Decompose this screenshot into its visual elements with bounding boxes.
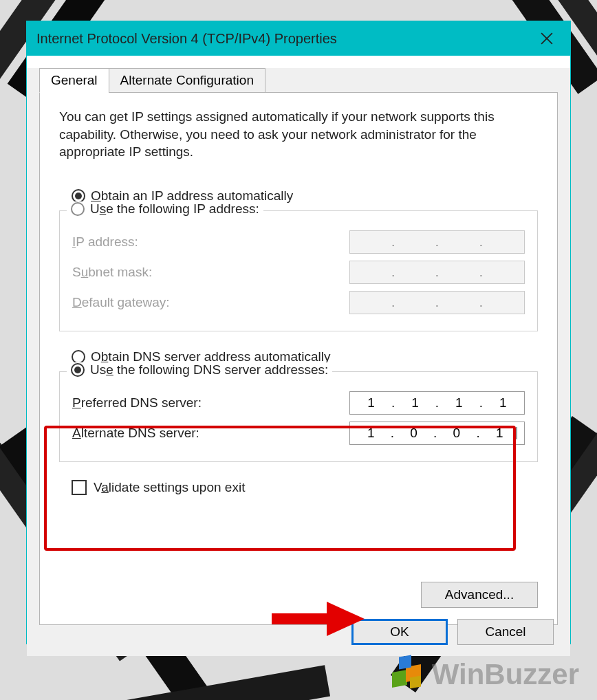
tabstrip: General Alternate Configuration [39, 68, 558, 93]
default-gateway-input: . . . [349, 291, 525, 314]
tab-panel-general: You can get IP settings assigned automat… [39, 92, 558, 625]
watermark: WinBuzzer [389, 656, 579, 693]
alternate-dns-label: Alternate DNS server: [72, 426, 199, 441]
dns-settings-group: Use the following DNS server addresses: … [59, 371, 538, 462]
titlebar: Internet Protocol Version 4 (TCP/IPv4) P… [27, 21, 570, 56]
subnet-mask-label: Subnet mask: [72, 265, 152, 280]
ip-settings-group: Use the following IP address: IP address… [59, 210, 538, 331]
tab-alternate-configuration[interactable]: Alternate Configuration [109, 68, 265, 93]
default-gateway-label: Default gateway: [72, 295, 170, 310]
validate-settings-checkbox[interactable]: Validate settings upon exit [72, 480, 538, 495]
cancel-button[interactable]: Cancel [457, 619, 554, 645]
radio-use-following-ip[interactable] [71, 202, 85, 216]
ip-address-input: . . . [349, 230, 525, 254]
checkbox-label: Validate settings upon exit [94, 480, 245, 495]
button-label: Advanced... [445, 587, 514, 602]
watermark-logo-icon [389, 656, 426, 693]
advanced-button[interactable]: Advanced... [421, 582, 538, 608]
radio-label: Use the following IP address: [90, 201, 259, 217]
button-label: OK [390, 624, 409, 639]
preferred-dns-input[interactable]: 1. 1. 1. 1 [349, 391, 525, 415]
close-button[interactable] [533, 25, 561, 52]
radio-icon [72, 189, 85, 203]
watermark-text: WinBuzzer [432, 658, 579, 691]
radio-use-following-dns[interactable] [71, 363, 85, 377]
preferred-dns-label: Preferred DNS server: [72, 395, 202, 411]
alternate-dns-input[interactable]: 1. 0. 0. 1 [349, 422, 525, 445]
ok-button[interactable]: OK [351, 619, 448, 645]
dialog-button-row: OK Cancel [351, 619, 554, 645]
intro-text: You can get IP settings assigned automat… [59, 108, 538, 161]
window-title: Internet Protocol Version 4 (TCP/IPv4) P… [36, 31, 337, 47]
ipv4-properties-dialog: Internet Protocol Version 4 (TCP/IPv4) P… [26, 21, 571, 644]
button-label: Cancel [485, 624, 525, 639]
close-icon [541, 32, 553, 45]
subnet-mask-input: . . . [349, 261, 525, 284]
tab-general[interactable]: General [39, 68, 109, 93]
checkbox-icon [72, 480, 87, 495]
dialog-client-area: General Alternate Configuration You can … [27, 68, 570, 656]
radio-icon [72, 350, 85, 364]
ip-address-label: IP address: [72, 234, 138, 250]
radio-label: Use the following DNS server addresses: [90, 362, 328, 378]
